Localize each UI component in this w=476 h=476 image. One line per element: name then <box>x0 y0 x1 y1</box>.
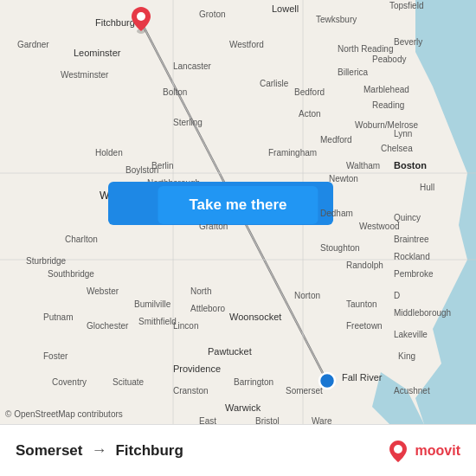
svg-text:Medford: Medford <box>320 135 352 145</box>
svg-text:Framingham: Framingham <box>268 148 317 158</box>
svg-text:Sterling: Sterling <box>173 118 203 127</box>
svg-text:Lincon: Lincon <box>173 321 198 331</box>
svg-text:Lancaster: Lancaster <box>173 61 212 71</box>
bottom-bar: Somerset → Fitchburg moovit <box>0 424 476 476</box>
svg-text:D: D <box>394 291 400 300</box>
svg-text:Groton: Groton <box>199 10 226 19</box>
svg-text:Bolton: Bolton <box>163 87 187 97</box>
svg-text:Reading: Reading <box>372 100 404 110</box>
svg-text:Westford: Westford <box>229 40 264 49</box>
svg-text:Carlisle: Carlisle <box>260 79 289 88</box>
svg-text:Bumilville: Bumilville <box>134 299 171 309</box>
svg-text:Randolph: Randolph <box>346 261 383 270</box>
svg-text:Pawtucket: Pawtucket <box>208 346 252 357</box>
map-container: Lowell Tewksbury Topsfield Gardner Fitch… <box>0 0 476 424</box>
svg-text:Westminster: Westminster <box>61 70 109 80</box>
svg-text:Somerset: Somerset <box>286 386 323 396</box>
svg-text:Barrington: Barrington <box>234 377 273 387</box>
svg-text:Westwood: Westwood <box>359 222 400 231</box>
svg-text:Braintree: Braintree <box>394 235 429 244</box>
svg-text:King: King <box>398 351 415 361</box>
svg-text:Scituate: Scituate <box>113 377 145 387</box>
svg-text:Coventry: Coventry <box>52 377 87 387</box>
svg-text:Fall River: Fall River <box>342 372 383 383</box>
svg-text:Holden: Holden <box>95 148 123 158</box>
svg-text:Acton: Acton <box>299 109 321 119</box>
svg-text:Charlton: Charlton <box>65 235 98 244</box>
svg-text:Warwick: Warwick <box>225 402 261 413</box>
svg-text:Sturbridge: Sturbridge <box>26 256 67 266</box>
svg-text:Billerica: Billerica <box>338 68 368 77</box>
destination-city: Fitchburg <box>115 442 183 460</box>
svg-point-90 <box>394 445 402 453</box>
svg-text:Attleboro: Attleboro <box>190 304 225 313</box>
svg-text:Hull: Hull <box>420 183 434 192</box>
svg-text:Marblehead: Marblehead <box>363 85 409 94</box>
svg-text:North: North <box>190 286 211 296</box>
route-info: Somerset → Fitchburg <box>16 441 183 460</box>
svg-text:Webster: Webster <box>87 286 119 296</box>
route-arrow-icon: → <box>91 441 106 460</box>
svg-text:Cranston: Cranston <box>173 386 209 396</box>
svg-text:Southbridge: Southbridge <box>48 269 94 279</box>
svg-text:Norton: Norton <box>294 291 320 300</box>
svg-text:Newton: Newton <box>329 174 358 183</box>
svg-text:Waltham: Waltham <box>346 161 380 170</box>
svg-text:Bedford: Bedford <box>294 87 325 97</box>
svg-point-88 <box>137 12 145 21</box>
svg-text:Lynn: Lynn <box>394 129 412 138</box>
svg-text:Dedham: Dedham <box>320 209 353 218</box>
svg-text:Tewksbury: Tewksbury <box>316 15 357 24</box>
svg-point-89 <box>319 373 335 389</box>
svg-text:Ware: Ware <box>312 416 332 424</box>
svg-text:Taunton: Taunton <box>346 299 377 309</box>
svg-text:Berlin: Berlin <box>151 161 174 170</box>
svg-text:Beverly: Beverly <box>394 37 422 47</box>
svg-text:Stoughton: Stoughton <box>320 243 360 253</box>
svg-text:Quincy: Quincy <box>394 213 421 222</box>
take-me-there-button[interactable]: Take me there <box>158 186 318 224</box>
svg-text:Gardner: Gardner <box>17 40 49 49</box>
svg-text:Smithfield: Smithfield <box>138 317 177 326</box>
svg-text:Putnam: Putnam <box>43 312 73 322</box>
svg-text:Boston: Boston <box>394 160 427 170</box>
moovit-brand-text: moovit <box>415 443 460 459</box>
svg-text:Middleborough: Middleborough <box>394 308 451 318</box>
svg-text:Providence: Providence <box>173 363 221 374</box>
svg-text:East: East <box>199 416 216 424</box>
svg-text:© OpenStreetMap contributors: © OpenStreetMap contributors <box>5 409 123 419</box>
svg-text:Woonsocket: Woonsocket <box>229 312 281 322</box>
svg-text:Pembroke: Pembroke <box>394 269 434 279</box>
svg-text:Bristol: Bristol <box>255 416 280 424</box>
svg-text:Rockland: Rockland <box>394 252 430 261</box>
svg-text:Acushnet: Acushnet <box>394 386 430 396</box>
svg-text:Lowell: Lowell <box>272 3 299 14</box>
svg-text:Lakeville: Lakeville <box>394 330 428 339</box>
svg-text:Foster: Foster <box>43 351 68 361</box>
moovit-pin-icon <box>386 439 410 463</box>
svg-text:Leominster: Leominster <box>74 48 121 58</box>
moovit-logo: moovit <box>386 439 460 463</box>
origin-city: Somerset <box>16 442 82 460</box>
svg-text:Fitchburg: Fitchburg <box>95 17 135 28</box>
svg-text:Peabody: Peabody <box>372 55 406 64</box>
svg-text:Chelsea: Chelsea <box>381 144 413 153</box>
svg-text:Topsfield: Topsfield <box>389 1 423 10</box>
svg-text:Freetown: Freetown <box>346 321 383 331</box>
svg-text:Glochester: Glochester <box>87 321 129 331</box>
svg-text:North Reading: North Reading <box>338 44 393 54</box>
